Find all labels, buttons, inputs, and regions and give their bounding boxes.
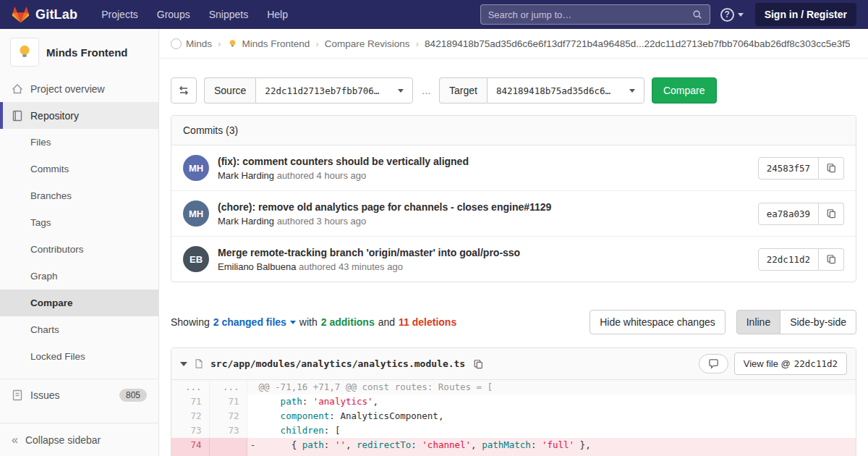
new-line-number[interactable] bbox=[209, 438, 247, 452]
sidebar-item-commits[interactable]: Commits bbox=[0, 156, 158, 182]
target-group: Target 842189418b75ad35d6c6… bbox=[439, 77, 644, 104]
diff-line-content: path: 'analytics', bbox=[247, 394, 856, 409]
view-file-button[interactable]: View file @ 22dc11d2 bbox=[734, 352, 847, 375]
commit-author-link[interactable]: Mark Harding bbox=[218, 170, 274, 181]
deletions-count: 11 deletions bbox=[399, 316, 456, 328]
home-icon bbox=[12, 83, 23, 95]
commit-author-link[interactable]: Emiliano Balbuena bbox=[218, 261, 296, 272]
commit-author-link[interactable]: Mark Harding bbox=[218, 216, 274, 227]
avatar: EB bbox=[183, 246, 209, 272]
commit-sha-link[interactable]: 24583f57 bbox=[758, 157, 819, 180]
target-ref-dropdown[interactable]: 842189418b75ad35d6c6… bbox=[487, 77, 644, 104]
inline-view-button[interactable]: Inline bbox=[736, 310, 780, 334]
old-line-number[interactable]: 74 bbox=[171, 438, 209, 452]
copy-sha-button[interactable] bbox=[819, 157, 844, 180]
copy-icon bbox=[473, 359, 483, 369]
diff-file-path[interactable]: src/app/modules/analytics/analytics.modu… bbox=[210, 358, 465, 369]
breadcrumb-page[interactable]: Compare Revisions bbox=[325, 38, 410, 49]
help-menu[interactable]: ? bbox=[720, 8, 744, 22]
showing-label: Showing bbox=[171, 316, 210, 328]
sidebar-item-locked-files[interactable]: Locked Files bbox=[0, 343, 158, 370]
commit-sha-link[interactable]: ea78a039 bbox=[758, 203, 819, 225]
search-box bbox=[480, 4, 710, 25]
project-title: Minds Frontend bbox=[46, 46, 128, 59]
file-icon bbox=[194, 358, 204, 369]
copy-sha-button[interactable] bbox=[819, 203, 844, 225]
old-line-number[interactable] bbox=[171, 452, 209, 456]
commit-title-link[interactable]: Merge remote-tracking branch 'origin/mas… bbox=[218, 247, 758, 258]
gitlab-logo[interactable]: GitLab bbox=[12, 6, 77, 23]
new-line-number[interactable]: 71 bbox=[209, 394, 247, 409]
sidebar-item-issues[interactable]: Issues 805 bbox=[0, 379, 158, 411]
commit-meta: Emiliano Balbuena authored 43 minutes ag… bbox=[218, 261, 758, 272]
diff-line-content bbox=[247, 452, 856, 456]
compare-button[interactable]: Compare bbox=[652, 77, 717, 104]
sign-in-button[interactable]: Sign in / Register bbox=[755, 3, 856, 26]
group-avatar bbox=[171, 38, 182, 49]
new-line-number[interactable]: ... bbox=[209, 380, 247, 394]
collapse-diff-caret-icon[interactable] bbox=[180, 362, 187, 366]
compare-page: Source 22dc11d2713eb7fbb706… ... Target … bbox=[159, 59, 868, 456]
sidebar-item-charts[interactable]: Charts bbox=[0, 316, 158, 343]
sidebar-item-repository[interactable]: Repository bbox=[0, 102, 158, 129]
nav-help[interactable]: Help bbox=[258, 0, 297, 29]
breadcrumb-group[interactable]: Minds bbox=[171, 38, 212, 49]
diff-context-line: 72 72 component: AnalyticsComponent, bbox=[171, 409, 856, 423]
lightbulb-icon bbox=[15, 43, 34, 62]
commit-meta: Mark Harding authored 4 hours ago bbox=[218, 170, 758, 181]
commit-title-link[interactable]: (fix): comment counters should be vertic… bbox=[218, 156, 758, 167]
sidebar-item-graph[interactable]: Graph bbox=[0, 263, 158, 290]
commit-row: MH (chore): remove old analytics page fo… bbox=[171, 191, 856, 237]
sidebar-item-compare[interactable]: Compare bbox=[0, 290, 158, 316]
old-line-number[interactable]: ... bbox=[171, 380, 209, 394]
changed-files-dropdown[interactable]: 2 changed files bbox=[213, 316, 296, 328]
diff-line-content: children: [ bbox=[247, 423, 856, 438]
nav-groups[interactable]: Groups bbox=[148, 0, 200, 29]
commit-sha-link[interactable]: 22dc11d2 bbox=[758, 248, 819, 271]
project-avatar-small bbox=[227, 38, 238, 49]
breadcrumb-separator: › bbox=[416, 38, 420, 49]
sidebar-item-label: Issues bbox=[30, 389, 59, 401]
nav-projects[interactable]: Projects bbox=[92, 0, 148, 29]
search-input[interactable] bbox=[488, 9, 692, 20]
diff-marker: - bbox=[247, 438, 259, 452]
new-line-number[interactable]: 73 bbox=[209, 423, 247, 438]
diff-line-content: component: AnalyticsComponent, bbox=[247, 409, 856, 423]
swap-revisions-button[interactable] bbox=[171, 77, 197, 104]
collapse-sidebar-button[interactable]: « Collapse sidebar bbox=[0, 423, 158, 456]
collapse-label: Collapse sidebar bbox=[25, 434, 101, 446]
source-ref-dropdown[interactable]: 22dc11d2713eb7fbb706… bbox=[255, 77, 413, 104]
new-line-number[interactable]: 72 bbox=[209, 409, 247, 423]
sidebar-item-files[interactable]: Files bbox=[0, 129, 158, 156]
sidebar-item-label: Contributors bbox=[30, 244, 84, 255]
side-by-side-view-button[interactable]: Side-by-side bbox=[780, 310, 856, 334]
breadcrumb-separator: › bbox=[218, 38, 221, 49]
copy-file-path-button[interactable] bbox=[472, 358, 485, 371]
old-line-number[interactable]: 73 bbox=[171, 423, 209, 438]
sidebar-item-branches[interactable]: Branches bbox=[0, 182, 158, 209]
breadcrumb-label: Minds Frontend bbox=[242, 38, 310, 49]
copy-icon bbox=[826, 163, 836, 173]
new-line-number[interactable] bbox=[209, 452, 247, 456]
old-line-number[interactable]: 71 bbox=[171, 394, 209, 409]
old-line-number[interactable]: 72 bbox=[171, 409, 209, 423]
question-icon: ? bbox=[720, 8, 734, 22]
hide-whitespace-button[interactable]: Hide whitespace changes bbox=[590, 310, 726, 334]
sidebar-item-project-overview[interactable]: Project overview bbox=[0, 75, 158, 102]
commit-title-link[interactable]: (chore): remove old analytics page for c… bbox=[218, 201, 758, 213]
sidebar-item-label: Graph bbox=[30, 271, 58, 282]
diff-deleted-line: 74 - { path: '', redirectTo: 'channel', … bbox=[171, 438, 856, 452]
copy-sha-button[interactable] bbox=[819, 248, 844, 271]
commit-row: EB Merge remote-tracking branch 'origin/… bbox=[171, 237, 856, 282]
project-context[interactable]: Minds Frontend bbox=[0, 29, 158, 75]
source-label: Source bbox=[204, 77, 255, 104]
sidebar-item-tags[interactable]: Tags bbox=[0, 209, 158, 236]
breadcrumb-label: Compare Revisions bbox=[325, 38, 410, 49]
sidebar-item-contributors[interactable]: Contributors bbox=[0, 236, 158, 263]
copy-icon bbox=[826, 208, 836, 219]
toggle-comments-button[interactable] bbox=[699, 354, 728, 373]
commit-sha-group: 22dc11d2 bbox=[758, 248, 844, 271]
nav-snippets[interactable]: Snippets bbox=[200, 0, 258, 29]
breadcrumb: Minds › Minds Frontend › Compare Revisio… bbox=[159, 29, 868, 59]
breadcrumb-project[interactable]: Minds Frontend bbox=[227, 38, 310, 49]
